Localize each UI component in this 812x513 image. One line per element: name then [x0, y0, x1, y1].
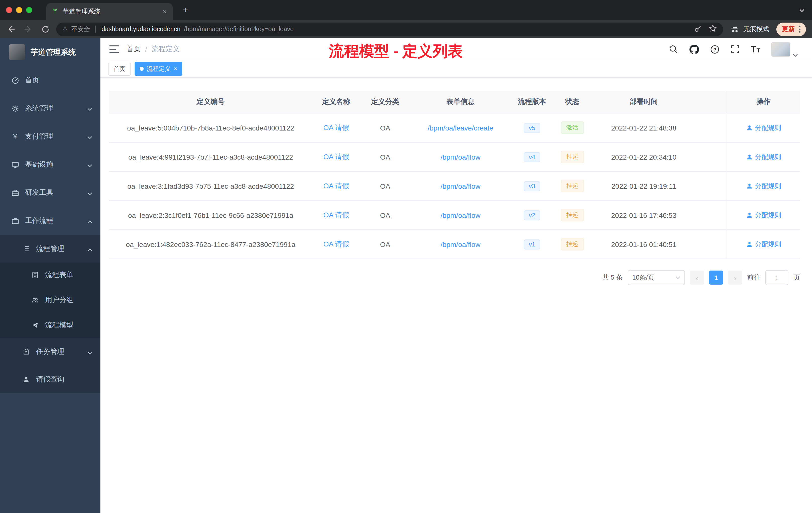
sidebar-item-workflow[interactable]: 工作流程 [0, 207, 100, 235]
security-label[interactable]: 不安全 [71, 25, 90, 33]
browser-toolbar: ⚠ 不安全 dashboard.yudao.iocoder.cn/bpm/man… [0, 20, 812, 38]
document-icon [31, 271, 39, 279]
deploy-time: 2022-01-16 17:46:53 [591, 211, 696, 219]
zoom-window-button[interactable] [26, 7, 32, 13]
definition-name-link[interactable]: OA 请假 [323, 240, 349, 248]
prev-page-button[interactable]: ‹ [690, 271, 704, 284]
definition-name-link[interactable]: OA 请假 [323, 211, 349, 219]
definition-category: OA [360, 124, 410, 132]
definition-name-link[interactable]: OA 请假 [323, 123, 349, 131]
breadcrumb-home[interactable]: 首页 [126, 45, 141, 54]
form-link[interactable]: /bpm/oa/flow [441, 240, 481, 248]
top-navbar: 首页 / 流程定义 流程模型 - 定义列表 ? [100, 38, 812, 60]
deploy-time: 2022-01-22 19:19:11 [591, 182, 696, 190]
monitor-icon [11, 161, 19, 169]
fullscreen-icon[interactable] [730, 44, 740, 54]
paper-plane-icon [31, 321, 39, 329]
form-link[interactable]: /bpm/oa/flow [441, 153, 481, 161]
assign-rule-button[interactable]: 分配规则 [746, 181, 781, 190]
tag-close-icon[interactable]: × [174, 65, 177, 72]
browser-window: 芋道管理系统 × + ⚠ 不安全 dashboard.yudao.iocoder… [0, 0, 812, 513]
assign-rule-button[interactable]: 分配规则 [746, 240, 781, 249]
sidebar-item-process-models[interactable]: 流程模型 [0, 313, 100, 338]
browser-tab-strip: 芋道管理系统 × + [0, 0, 812, 20]
deploy-time: 2022-01-16 01:40:51 [591, 240, 696, 248]
version-badge[interactable]: v1 [524, 239, 540, 249]
form-link[interactable]: /bpm/oa/flow [441, 211, 481, 219]
github-icon[interactable] [689, 44, 699, 54]
definition-name-link[interactable]: OA 请假 [323, 181, 349, 189]
sidebar-item-infrastructure[interactable]: 基础设施 [0, 151, 100, 179]
chevron-down-icon [87, 132, 92, 141]
sidebar-collapse-icon[interactable] [109, 44, 119, 55]
back-button[interactable] [5, 23, 17, 35]
bookmark-star-icon[interactable] [708, 24, 717, 34]
breadcrumb-current: 流程定义 [152, 45, 180, 54]
person-icon [22, 375, 30, 383]
people-icon [31, 296, 39, 304]
sidebar-item-payment-mgmt[interactable]: ¥ 支付管理 [0, 122, 100, 151]
reload-button[interactable] [39, 23, 51, 35]
assign-rule-button[interactable]: 分配规则 [746, 123, 781, 132]
sidebar-item-home[interactable]: 首页 [0, 66, 100, 94]
status-badge: 挂起 [561, 238, 584, 250]
user-menu[interactable] [771, 42, 798, 57]
minimize-window-button[interactable] [16, 7, 22, 13]
toolbox-icon [11, 189, 19, 197]
address-bar[interactable]: ⚠ 不安全 dashboard.yudao.iocoder.cn/bpm/man… [56, 22, 723, 36]
chevron-up-icon [87, 217, 92, 225]
definition-id: oa_leave:3:1fad3d93-7b75-11ec-a3c8-acde4… [109, 182, 312, 190]
definition-table: 定义编号 定义名称 定义分类 表单信息 流程版本 状态 部署时间 操作 oa_l… [109, 91, 800, 259]
tab-favicon-icon [51, 7, 59, 16]
sidebar-item-system-mgmt[interactable]: 系统管理 [0, 94, 100, 122]
col-header-name: 定义名称 [312, 97, 360, 107]
sidebar-item-dev-tools[interactable]: 研发工具 [0, 179, 100, 207]
tag-home[interactable]: 首页 [109, 62, 130, 76]
forward-button[interactable] [22, 23, 34, 35]
tab-close-icon[interactable]: × [162, 7, 168, 16]
user-avatar[interactable] [771, 42, 790, 57]
assign-rule-button[interactable]: 分配规则 [746, 152, 781, 161]
browser-tab[interactable]: 芋道管理系统 × [46, 3, 173, 20]
chevron-down-icon [87, 161, 92, 169]
search-icon[interactable] [668, 44, 678, 54]
definition-id: oa_leave:4:991f2193-7b7f-11ec-a3c8-acde4… [109, 153, 312, 161]
sidebar-item-user-groups[interactable]: 用户分组 [0, 288, 100, 313]
version-badge[interactable]: v5 [524, 123, 540, 133]
caret-down-icon [675, 276, 680, 279]
version-badge[interactable]: v3 [524, 181, 540, 191]
goto-page-input[interactable] [765, 270, 788, 285]
tag-process-definition[interactable]: 流程定义 × [135, 62, 182, 76]
page-size-select[interactable]: 10条/页 [628, 270, 685, 285]
version-badge[interactable]: v4 [524, 152, 540, 162]
version-badge[interactable]: v2 [524, 210, 540, 220]
briefcase-icon [11, 217, 19, 225]
table-row: oa_leave:3:1fad3d93-7b75-11ec-a3c8-acde4… [109, 172, 800, 201]
next-page-button[interactable]: › [728, 271, 742, 284]
definition-name-link[interactable]: OA 请假 [323, 152, 349, 160]
font-size-icon[interactable] [751, 44, 761, 54]
form-link[interactable]: /bpm/oa/leave/create [428, 124, 493, 132]
page-number-button[interactable]: 1 [709, 271, 723, 284]
sidebar-item-leave-query[interactable]: 请假查询 [0, 365, 100, 393]
new-tab-button[interactable]: + [179, 3, 192, 17]
sidebar-item-task-mgmt[interactable]: 任务管理 [0, 338, 100, 365]
assign-rule-button[interactable]: 分配规则 [746, 211, 781, 220]
col-header-status: 状态 [553, 97, 591, 107]
active-dot [140, 67, 144, 71]
browser-menu-icon[interactable] [799, 26, 801, 33]
table-header-row: 定义编号 定义名称 定义分类 表单信息 流程版本 状态 部署时间 操作 [109, 91, 800, 114]
help-icon[interactable]: ? [709, 44, 720, 54]
incognito-badge: 无痕模式 [728, 24, 771, 34]
window-controls [0, 7, 39, 13]
status-badge: 挂起 [561, 209, 584, 221]
tags-view-bar: 首页 流程定义 × [100, 60, 812, 78]
update-button[interactable]: 更新 [776, 22, 806, 36]
tab-search-caret-icon[interactable] [799, 5, 805, 14]
sidebar-item-process-forms[interactable]: 流程表单 [0, 263, 100, 288]
close-window-button[interactable] [6, 7, 12, 13]
definition-category: OA [360, 182, 410, 190]
password-key-icon[interactable] [694, 24, 702, 34]
sidebar-item-process-mgmt[interactable]: 流程管理 [0, 235, 100, 263]
form-link[interactable]: /bpm/oa/flow [441, 182, 481, 190]
